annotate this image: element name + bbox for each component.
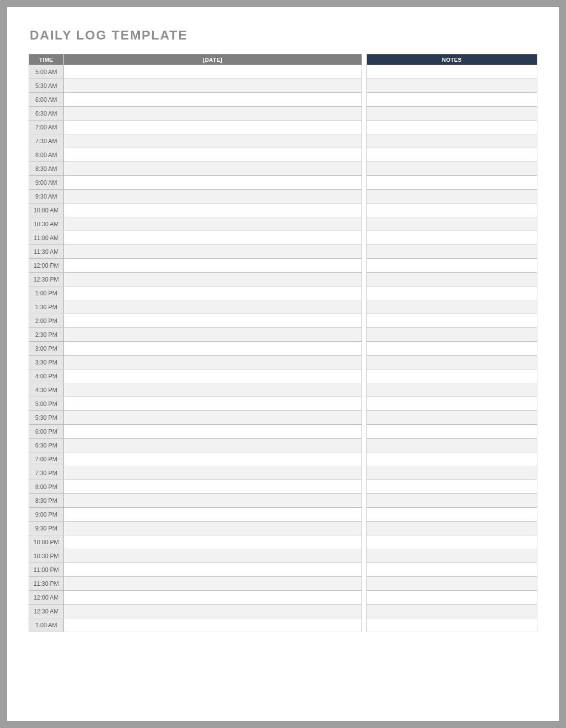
notes-cell[interactable] (367, 134, 537, 148)
notes-cell[interactable] (367, 411, 537, 425)
time-cell: 10:00 PM (29, 535, 64, 549)
table-row: 9:00 PM (29, 508, 537, 522)
time-cell: 1:00 PM (29, 286, 64, 300)
notes-cell[interactable] (367, 535, 537, 549)
notes-cell[interactable] (367, 522, 537, 535)
notes-cell[interactable] (367, 605, 537, 618)
notes-cell[interactable] (367, 383, 537, 397)
column-gap (362, 591, 367, 605)
notes-cell[interactable] (367, 549, 537, 563)
notes-cell[interactable] (367, 176, 537, 190)
entry-cell[interactable] (64, 134, 362, 148)
entry-cell[interactable] (64, 203, 362, 217)
notes-cell[interactable] (367, 162, 537, 176)
entry-cell[interactable] (64, 397, 362, 411)
notes-cell[interactable] (367, 508, 537, 522)
table-row: 1:30 PM (29, 300, 537, 314)
entry-cell[interactable] (64, 259, 362, 273)
column-gap (362, 549, 367, 563)
entry-cell[interactable] (64, 65, 362, 79)
entry-cell[interactable] (64, 286, 362, 300)
entry-cell[interactable] (64, 314, 362, 328)
column-gap (362, 535, 367, 549)
notes-cell[interactable] (367, 314, 537, 328)
entry-cell[interactable] (64, 231, 362, 245)
notes-cell[interactable] (367, 328, 537, 342)
entry-cell[interactable] (64, 162, 362, 176)
entry-cell[interactable] (64, 342, 362, 356)
notes-cell[interactable] (367, 93, 537, 107)
entry-cell[interactable] (64, 452, 362, 466)
entry-cell[interactable] (64, 121, 362, 134)
table-row: 2:00 PM (29, 314, 537, 328)
entry-cell[interactable] (64, 563, 362, 577)
notes-cell[interactable] (367, 259, 537, 273)
entry-cell[interactable] (64, 605, 362, 618)
entry-cell[interactable] (64, 190, 362, 203)
notes-cell[interactable] (367, 245, 537, 259)
notes-cell[interactable] (367, 369, 537, 383)
entry-cell[interactable] (64, 93, 362, 107)
entry-cell[interactable] (64, 439, 362, 452)
notes-cell[interactable] (367, 121, 537, 134)
notes-cell[interactable] (367, 300, 537, 314)
time-cell: 7:00 PM (29, 452, 64, 466)
entry-cell[interactable] (64, 480, 362, 494)
time-cell: 3:30 PM (29, 356, 64, 369)
entry-cell[interactable] (64, 369, 362, 383)
entry-cell[interactable] (64, 217, 362, 231)
table-row: 7:30 PM (29, 466, 537, 480)
entry-cell[interactable] (64, 300, 362, 314)
entry-cell[interactable] (64, 383, 362, 397)
notes-cell[interactable] (367, 65, 537, 79)
notes-cell[interactable] (367, 439, 537, 452)
notes-cell[interactable] (367, 397, 537, 411)
notes-cell[interactable] (367, 466, 537, 480)
entry-cell[interactable] (64, 148, 362, 162)
entry-cell[interactable] (64, 522, 362, 535)
entry-cell[interactable] (64, 273, 362, 286)
notes-cell[interactable] (367, 577, 537, 591)
entry-cell[interactable] (64, 425, 362, 439)
entry-cell[interactable] (64, 577, 362, 591)
header-notes: NOTES (367, 54, 537, 65)
column-gap (362, 231, 367, 245)
notes-cell[interactable] (367, 425, 537, 439)
notes-cell[interactable] (367, 107, 537, 121)
entry-cell[interactable] (64, 535, 362, 549)
column-gap (362, 190, 367, 203)
notes-cell[interactable] (367, 452, 537, 466)
notes-cell[interactable] (367, 286, 537, 300)
entry-cell[interactable] (64, 618, 362, 632)
entry-cell[interactable] (64, 591, 362, 605)
entry-cell[interactable] (64, 466, 362, 480)
notes-cell[interactable] (367, 148, 537, 162)
entry-cell[interactable] (64, 411, 362, 425)
table-row: 12:30 AM (29, 605, 537, 618)
entry-cell[interactable] (64, 79, 362, 93)
entry-cell[interactable] (64, 328, 362, 342)
notes-cell[interactable] (367, 231, 537, 245)
notes-cell[interactable] (367, 563, 537, 577)
notes-cell[interactable] (367, 203, 537, 217)
entry-cell[interactable] (64, 176, 362, 190)
time-cell: 9:30 PM (29, 522, 64, 535)
entry-cell[interactable] (64, 356, 362, 369)
column-gap (362, 411, 367, 425)
notes-cell[interactable] (367, 79, 537, 93)
notes-cell[interactable] (367, 591, 537, 605)
notes-cell[interactable] (367, 190, 537, 203)
entry-cell[interactable] (64, 508, 362, 522)
notes-cell[interactable] (367, 356, 537, 369)
table-row: 12:00 AM (29, 591, 537, 605)
notes-cell[interactable] (367, 480, 537, 494)
entry-cell[interactable] (64, 245, 362, 259)
entry-cell[interactable] (64, 549, 362, 563)
notes-cell[interactable] (367, 217, 537, 231)
notes-cell[interactable] (367, 342, 537, 356)
notes-cell[interactable] (367, 273, 537, 286)
notes-cell[interactable] (367, 618, 537, 632)
entry-cell[interactable] (64, 107, 362, 121)
entry-cell[interactable] (64, 494, 362, 508)
notes-cell[interactable] (367, 494, 537, 508)
